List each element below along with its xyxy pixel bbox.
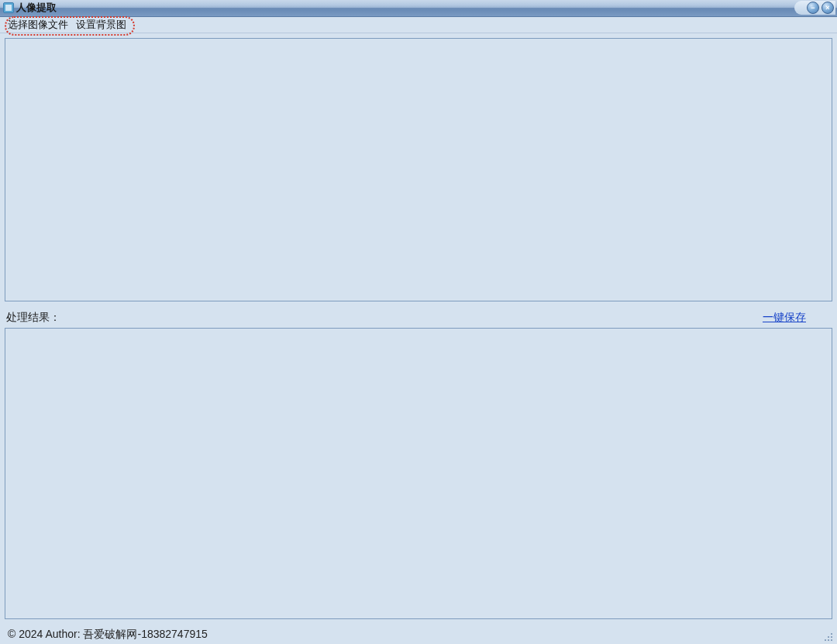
app-window: 人像提取 − × 选择图像文件 设置背景图 处理结果： 一键保存 ©	[0, 0, 837, 644]
result-row: 处理结果： 一键保存	[5, 308, 832, 328]
result-image-panel[interactable]	[5, 328, 832, 619]
title-left: 人像提取	[3, 1, 57, 15]
window-title: 人像提取	[16, 1, 57, 15]
svg-rect-4	[828, 639, 829, 641]
menubar: 选择图像文件 设置背景图	[0, 17, 837, 34]
menu-set-background[interactable]: 设置背景图	[76, 18, 126, 32]
close-button[interactable]: ×	[822, 2, 834, 14]
menu-select-image[interactable]: 选择图像文件	[8, 18, 68, 32]
input-image-panel[interactable]	[5, 38, 832, 301]
titlebar[interactable]: 人像提取 − ×	[0, 0, 837, 17]
svg-rect-2	[831, 636, 832, 638]
content-area: 处理结果： 一键保存	[0, 33, 837, 625]
svg-rect-3	[825, 639, 826, 641]
svg-rect-5	[831, 639, 832, 641]
close-icon: ×	[825, 5, 829, 12]
menu-wrap: 选择图像文件 设置背景图	[0, 18, 126, 32]
svg-rect-1	[828, 636, 829, 638]
result-label: 处理结果：	[6, 311, 60, 325]
app-icon	[3, 2, 14, 13]
menu-items: 选择图像文件 设置背景图	[0, 18, 126, 32]
minimize-icon: −	[811, 5, 815, 12]
footer-text: © 2024 Author: 吾爱破解网-18382747915	[8, 628, 208, 642]
window-controls: − ×	[794, 1, 835, 15]
minimize-button[interactable]: −	[807, 2, 819, 14]
svg-rect-0	[831, 633, 832, 635]
statusbar: © 2024 Author: 吾爱破解网-18382747915	[0, 625, 837, 644]
resize-grip-icon[interactable]	[823, 632, 834, 642]
save-all-link[interactable]: 一键保存	[763, 311, 806, 325]
